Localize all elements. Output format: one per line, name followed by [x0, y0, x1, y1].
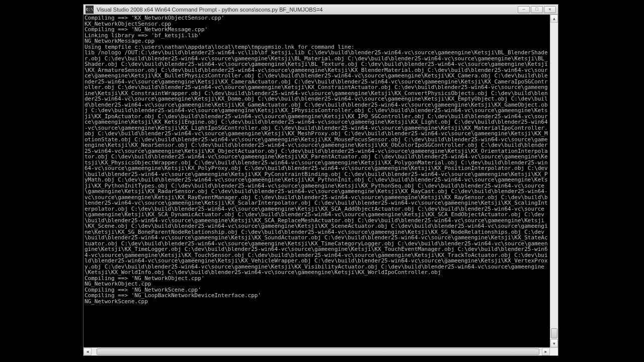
app-icon: C:\ — [86, 6, 94, 14]
console-output[interactable]: Compiling ==> 'KX_NetworkObjectSensor.cp… — [84, 15, 550, 347]
scroll-up-arrow-icon[interactable]: ▲ — [550, 15, 558, 23]
vertical-scroll-track[interactable] — [550, 23, 558, 339]
console-area: Compiling ==> 'KX_NetworkObjectSensor.cp… — [84, 15, 558, 347]
window-controls: — □ ✕ — [518, 6, 556, 13]
command-prompt-window: C:\ Visual Studio 2008 x64 Win64 Command… — [83, 4, 558, 356]
scroll-right-arrow-icon[interactable]: ▶ — [542, 348, 550, 355]
maximize-button[interactable]: □ — [531, 6, 543, 13]
minimize-button[interactable]: — — [518, 6, 530, 13]
horizontal-scroll-track[interactable] — [92, 348, 542, 355]
vertical-scroll-thumb[interactable] — [551, 328, 557, 338]
close-button[interactable]: ✕ — [544, 6, 556, 13]
horizontal-scrollbar[interactable]: ◀ ▶ — [84, 347, 558, 355]
vertical-scrollbar[interactable]: ▲ ▼ — [550, 15, 558, 347]
scroll-down-arrow-icon[interactable]: ▼ — [550, 339, 558, 347]
titlebar[interactable]: C:\ Visual Studio 2008 x64 Win64 Command… — [84, 5, 558, 15]
window-title: Visual Studio 2008 x64 Win64 Command Pro… — [97, 7, 518, 13]
scrollbar-corner — [550, 348, 558, 355]
scroll-left-arrow-icon[interactable]: ◀ — [84, 348, 92, 355]
horizontal-scroll-thumb[interactable] — [97, 348, 539, 355]
